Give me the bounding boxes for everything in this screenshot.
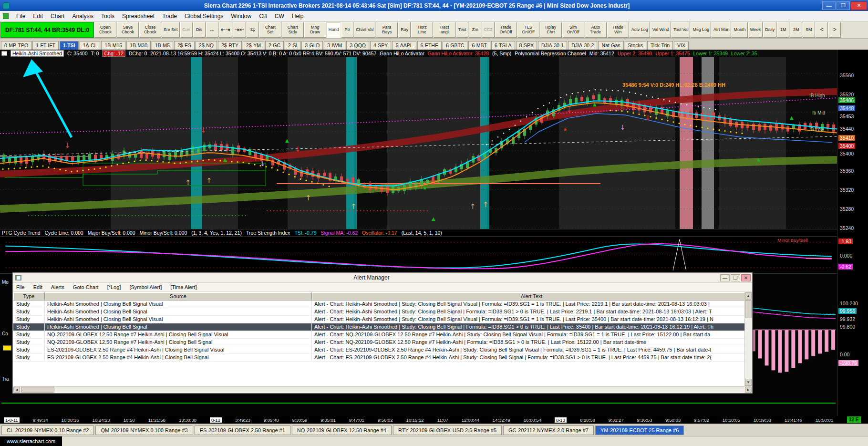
alert-menu-alerts[interactable]: Alerts	[51, 284, 64, 290]
chart-tab-5-aapl[interactable]: 5-AAPL	[392, 41, 416, 50]
alert-row-6[interactable]: StudyES-202109-GLOBEX 2.50 Range #4 Heik…	[13, 346, 744, 354]
toolbar-button-chart-stdy[interactable]: Chart Stdy	[282, 22, 304, 38]
bottom-tab-ym-202109-ecbot-25-range-6[interactable]: YM-202109-ECBOT 25 Range #6	[595, 425, 684, 435]
menu-chart[interactable]: Chart	[47, 12, 68, 21]
alert-row-1[interactable]: StudyHeikin-Ashi Smoothed | Closing Bell…	[13, 308, 744, 316]
minimize-button[interactable]: —	[822, 1, 836, 10]
chart-tab-2-es[interactable]: 2$-ES	[174, 41, 195, 50]
alert-maximize-button[interactable]: ❐	[731, 274, 740, 281]
chart-tab-djia-30-1[interactable]: DJIA-30-1	[538, 41, 567, 50]
alert-column-header-source[interactable]: Source	[45, 292, 312, 300]
toolbar-button-1m[interactable]: 1M	[777, 22, 789, 38]
sierrachart-link[interactable]: www.sierrachart.com	[0, 436, 62, 446]
toolbar-button-5m[interactable]: 5M	[803, 22, 815, 38]
shift-bars-icon[interactable]: ⇆	[247, 22, 259, 38]
toolbar-button-msg-log[interactable]: Msg Log	[691, 22, 711, 38]
chart-tab-1a-cl[interactable]: 1A-CL	[80, 41, 101, 50]
menu-window[interactable]: Window	[227, 12, 255, 21]
alert-row-5[interactable]: StudyNQ-202109-GLOBEX 12.50 Range #7 Hei…	[13, 339, 744, 346]
time-axis[interactable]: 1-8-119:49:3410:00:1610:24:2310:5811:21:…	[0, 416, 837, 424]
scroll-left-icon[interactable]: ◄	[13, 387, 20, 393]
toolbar-button-week[interactable]: Week	[748, 22, 763, 38]
toolbar-button-sim-on-off[interactable]: Sim On/Off	[562, 22, 584, 38]
scroll-right-icon[interactable]: >	[828, 22, 841, 38]
alert-menu-log[interactable]: [*Log]	[107, 284, 121, 290]
vertical-scroll-thumb[interactable]	[745, 300, 752, 318]
toolbar-button-close-cbook[interactable]: Close Cbook	[139, 22, 161, 38]
chart-tab-stocks[interactable]: Stocks	[625, 41, 647, 50]
alert-horizontal-scrollbar[interactable]: ◄ ►	[13, 386, 752, 393]
chart-tab-nat-gas[interactable]: Nat-Gas	[598, 41, 623, 50]
toolbar-button-tool-val[interactable]: Tool Val	[672, 22, 690, 38]
chart-tab-3-qqq[interactable]: 3-QQQ	[346, 41, 369, 50]
chart-tab-6-ethe[interactable]: 6-ETHE	[417, 41, 442, 50]
chart-tab-2-ym[interactable]: 2$-YM	[243, 41, 264, 50]
toolbar-button-trade-win[interactable]: Trade Win	[607, 22, 629, 38]
increase-bar-spacing-icon[interactable]: ⇤⇥	[219, 22, 232, 38]
alert-row-2[interactable]: StudyHeikin-Ashi Smoothed | Closing Bell…	[13, 316, 744, 323]
chart-tab-1b-m30[interactable]: 1B-M30	[126, 41, 151, 50]
bottom-tab-cl-202109-nymex-0-10-range-2[interactable]: CL-202109-NYMEX 0.10 Range #2	[1, 425, 94, 435]
scroll-left-icon[interactable]: <	[816, 22, 828, 38]
chart-tab-1-tsi[interactable]: 1-TSI	[60, 41, 79, 50]
menu-cw[interactable]: CW	[271, 12, 288, 21]
toolbar-button-save-cbook[interactable]: Save Cbook	[117, 22, 139, 38]
alert-column-header-type[interactable]: Type	[13, 292, 45, 300]
alert-column-header-alert-text[interactable]: Alert Text	[312, 292, 752, 300]
horizontal-scroll-thumb[interactable]	[21, 387, 54, 393]
menu-cb[interactable]: CB	[255, 12, 271, 21]
price-scale[interactable]: 3556035520354403540035360353203528035240…	[837, 50, 868, 416]
chart-tab-0-mp-tpo[interactable]: 0-MP-TPO	[1, 41, 31, 50]
bottom-tab-gc-202112-nymex-2-0-range-7[interactable]: GC-202112-NYMEX 2.0 Range #7	[503, 425, 594, 435]
chart-tab-3-gld[interactable]: 3-GLD	[301, 41, 323, 50]
menu-global-settings[interactable]: Global Settings	[181, 12, 227, 21]
toolbar-button-srv-set[interactable]: Srv Set	[162, 22, 180, 38]
chart-tab-1b-m5[interactable]: 1B-M5	[152, 41, 173, 50]
menu-spreadsheet[interactable]: Spreadsheet	[118, 12, 158, 21]
drawn-arrow-annotation[interactable]	[23, 59, 72, 137]
bottom-tab-nq-202109-globex-12-50-range-4[interactable]: NQ-202109-GLOBEX 12.50 Range #4	[292, 425, 392, 435]
alert-menu-file[interactable]: File	[16, 284, 25, 290]
alert-menu-edit[interactable]: Edit	[33, 284, 42, 290]
chart-tab-djia-30-2[interactable]: DJIA-30-2	[568, 41, 597, 50]
chart-tab-tick-trin[interactable]: Tick-Trin	[647, 41, 673, 50]
chart-tab-1b-m15[interactable]: 1B-M15	[101, 41, 125, 50]
alert-menu-goto-chart[interactable]: Goto Chart	[73, 284, 99, 290]
toolbar-button-mng-draw[interactable]: Mng Draw	[304, 22, 326, 38]
toolbar-button-dis[interactable]: Dis	[193, 22, 206, 38]
alert-row-4[interactable]: StudyNQ-202109-GLOBEX 12.50 Range #7 Hei…	[13, 331, 744, 339]
chart-tab-6-gbtc[interactable]: 6-GBTC	[443, 41, 468, 50]
alert-minimize-button[interactable]: —	[720, 274, 730, 281]
toolbar-button-month[interactable]: Month	[732, 22, 747, 38]
scroll-right-icon[interactable]: ►	[745, 387, 752, 393]
chart-tab-2-rty[interactable]: 2$-RTY	[218, 41, 242, 50]
toolbar-button-rect-angl[interactable]: Rect angl	[434, 22, 455, 38]
toolbar-button-auto-trade[interactable]: Auto Trade	[585, 22, 607, 38]
toolbar-button-tls-on-off[interactable]: TLS On\Off	[517, 22, 539, 38]
menu-edit[interactable]: Edit	[29, 12, 47, 21]
menu-help[interactable]: Help	[288, 12, 308, 21]
bottom-tab-qm-202109-nymex-0-100-range-3[interactable]: QM-202109-NYMEX 0.100 Range #3	[95, 425, 193, 435]
toolbar-button-alrt-man[interactable]: Alrt Man	[712, 22, 732, 38]
toolbar-button-text[interactable]: Text	[456, 22, 468, 38]
toolbar-button-trade-on-off[interactable]: Trade On\Off	[495, 22, 517, 38]
toolbar-button-2m[interactable]: 2M	[790, 22, 802, 38]
decrease-bar-spacing-icon[interactable]: ⇥⇤	[233, 22, 246, 38]
chart-tab-2-nq[interactable]: 2$-NQ	[196, 41, 217, 50]
toolbar-button-val-wind[interactable]: Val Wind	[651, 22, 671, 38]
close-button[interactable]: ✕	[851, 1, 867, 10]
toolbar-button-ccz[interactable]: CCZ	[482, 22, 495, 38]
menu-tools[interactable]: Tools	[97, 12, 118, 21]
chart-tab-2-gc[interactable]: 2-GC	[265, 41, 284, 50]
toolbar-button-rplay-chrt[interactable]: Rplay Chrt	[540, 22, 562, 38]
toolbar-button-hand[interactable]: Hand	[327, 22, 341, 38]
toolbar-button-chart-set[interactable]: Chart Set	[259, 22, 281, 38]
scroll-down-icon[interactable]: ▼	[745, 379, 752, 386]
scroll-up-icon[interactable]: ▲	[745, 292, 752, 300]
menu-trade[interactable]: Trade	[158, 12, 181, 21]
chart-tab-vix[interactable]: VIX	[674, 41, 689, 50]
toolbar-button-ray[interactable]: Ray	[398, 22, 411, 38]
chart-tab-2-si[interactable]: 2-SI	[285, 41, 300, 50]
bottom-tab-rty-202109-globex-usd-2-5-range-5[interactable]: RTY-202109-GLOBEX-USD 2.5 Range #5	[393, 425, 502, 435]
toolbar-button-para-rays[interactable]: Para Rays	[376, 22, 398, 38]
